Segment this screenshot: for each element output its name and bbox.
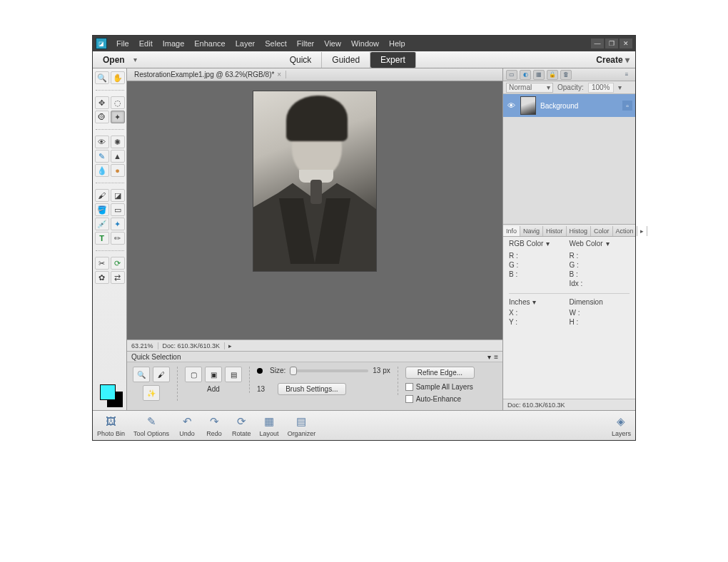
mode-tab-expert[interactable]: Expert xyxy=(370,52,416,68)
info-tab-info[interactable]: Info xyxy=(503,226,520,236)
layer-panel-menu-icon[interactable]: ≡ xyxy=(621,70,632,80)
dropdown-icon[interactable]: ▾ xyxy=(532,298,536,306)
quick-selection-tool[interactable]: ✦ xyxy=(111,111,125,123)
sample-all-layers-checkbox[interactable] xyxy=(405,383,413,391)
menu-select[interactable]: Select xyxy=(260,36,292,51)
undo-button[interactable]: ↶Undo xyxy=(178,414,196,437)
menu-enhance[interactable]: Enhance xyxy=(189,36,230,51)
gradient-tool[interactable]: ▭ xyxy=(111,203,125,216)
menu-view[interactable]: View xyxy=(319,36,346,51)
visibility-icon[interactable]: 👁 xyxy=(506,101,516,111)
info-tab-navig[interactable]: Navig xyxy=(520,226,543,236)
layout-button[interactable]: ▦Layout xyxy=(260,414,279,437)
rotate-button[interactable]: ⟳Rotate xyxy=(232,414,251,437)
close-tab-icon[interactable]: × xyxy=(277,71,281,78)
shape-tool[interactable]: ✦ xyxy=(111,218,125,230)
redeye-tool[interactable]: 👁 xyxy=(95,136,109,148)
tool-options-collapse-icon[interactable]: ▾ xyxy=(487,353,491,361)
menu-edit[interactable]: Edit xyxy=(134,36,158,51)
menu-window[interactable]: Window xyxy=(346,36,384,51)
create-button[interactable]: Create ▾ xyxy=(596,55,630,65)
info-tab-histog[interactable]: Histog xyxy=(567,226,592,236)
close-button[interactable]: ✕ xyxy=(620,39,632,48)
recompose-tool[interactable]: ⟳ xyxy=(111,257,125,270)
pencil-tool[interactable]: ✏ xyxy=(111,232,125,245)
refine-edge-button[interactable]: Refine Edge... xyxy=(405,367,475,379)
zoom-level[interactable]: 63.21% xyxy=(127,342,158,349)
layer-row-background[interactable]: 👁 Background ▫ xyxy=(503,94,635,117)
opacity-field[interactable]: 100% xyxy=(588,83,614,93)
photo-bin-button[interactable]: 🖼Photo Bin xyxy=(97,414,125,437)
subtract-selection-button[interactable]: ▤ xyxy=(225,367,242,382)
mode-tab-guided[interactable]: Guided xyxy=(322,52,370,68)
new-layer-icon[interactable]: ▭ xyxy=(506,70,517,80)
move-tool[interactable]: ✥ xyxy=(95,96,109,109)
tool-options-header: Quick Selection ▾ ≡ xyxy=(127,351,502,362)
layer-lock-icon[interactable]: ▫ xyxy=(622,101,632,111)
minimize-button[interactable]: — xyxy=(591,39,604,48)
info-tab-action[interactable]: Action xyxy=(613,226,637,236)
document-tab[interactable]: RestorationExample1.jpg @ 63.2%(RGB/8)* … xyxy=(130,71,286,78)
magic-wand-subtool[interactable]: ✨ xyxy=(143,385,160,401)
info-tab-histor[interactable]: Histor xyxy=(543,226,567,236)
sponge-tool[interactable]: ● xyxy=(111,164,125,177)
foreground-color-swatch[interactable] xyxy=(100,384,116,400)
zoom-tool[interactable]: 🔍 xyxy=(95,71,109,84)
tool-options-button[interactable]: ✎Tool Options xyxy=(133,414,169,437)
app-window: ◪ FileEditImageEnhanceLayerSelectFilterV… xyxy=(92,35,636,441)
info-tab-color[interactable]: Color xyxy=(591,226,613,236)
status-menu-icon[interactable]: ▸ xyxy=(225,342,236,349)
info-B: B : xyxy=(509,270,570,278)
size-slider[interactable] xyxy=(290,369,368,372)
brush-tool[interactable]: 🖌 xyxy=(95,189,109,202)
color-swatches[interactable] xyxy=(97,382,123,407)
layers-button[interactable]: ◈Layers xyxy=(612,414,631,437)
opacity-dropdown-icon[interactable]: ▾ xyxy=(618,83,622,91)
marquee-tool[interactable]: ◌ xyxy=(111,96,125,109)
adjustment-layer-icon[interactable]: ◐ xyxy=(520,70,531,80)
menu-filter[interactable]: Filter xyxy=(292,36,319,51)
paint-bucket-tool[interactable]: 🪣 xyxy=(95,203,109,216)
spot-heal-tool[interactable]: ✺ xyxy=(111,136,125,148)
size-label: Size: xyxy=(270,367,285,374)
mode-tab-quick[interactable]: Quick xyxy=(280,52,323,68)
dropdown-icon[interactable]: ▾ xyxy=(606,240,610,247)
organizer-button[interactable]: ▤Organizer xyxy=(288,414,316,437)
clone-stamp-tool[interactable]: ▲ xyxy=(111,150,125,163)
auto-enhance-checkbox[interactable] xyxy=(405,395,413,403)
lasso-tool[interactable]: ⭗ xyxy=(95,111,109,123)
add-selection-button[interactable]: ▣ xyxy=(205,367,222,382)
open-button[interactable]: Open xyxy=(98,55,129,65)
blend-mode-dropdown[interactable]: Normal▾ xyxy=(506,83,553,93)
straighten-tool[interactable]: ⇄ xyxy=(111,271,125,284)
delete-layer-icon[interactable]: 🗑 xyxy=(560,70,572,80)
dropdown-icon[interactable]: ▾ xyxy=(546,240,550,247)
layer-mask-icon[interactable]: ▦ xyxy=(533,70,545,80)
menu-layer[interactable]: Layer xyxy=(231,36,261,51)
new-selection-button[interactable]: ▢ xyxy=(185,367,202,382)
right-panels: ▭ ◐ ▦ 🔒 🗑 ≡ Normal▾ Opacity: 100% ▾ 👁 Ba… xyxy=(502,68,635,410)
hand-tool[interactable]: ✋ xyxy=(111,71,125,84)
lock-layer-icon[interactable]: 🔒 xyxy=(547,70,558,80)
maximize-button[interactable]: ❐ xyxy=(605,39,618,48)
quick-select-subtool[interactable]: 🔍 xyxy=(133,367,150,382)
crop-tool[interactable]: ✂ xyxy=(95,257,109,270)
type-tool[interactable]: T xyxy=(95,232,109,245)
canvas[interactable] xyxy=(127,81,502,339)
eyedropper-tool[interactable]: 💉 xyxy=(95,218,109,230)
cookie-cutter-tool[interactable]: ✿ xyxy=(95,271,109,284)
menu-image[interactable]: Image xyxy=(158,36,190,51)
menu-file[interactable]: File xyxy=(111,36,134,51)
eraser-tool[interactable]: ◪ xyxy=(111,189,125,202)
smart-brush-tool[interactable]: ✎ xyxy=(95,150,109,163)
selection-brush-subtool[interactable]: 🖌 xyxy=(153,367,170,382)
menu-help[interactable]: Help xyxy=(384,36,410,51)
blur-tool[interactable]: 💧 xyxy=(95,164,109,177)
redo-button[interactable]: ↷Redo xyxy=(205,414,223,437)
sample-all-label: Sample All Layers xyxy=(416,383,473,391)
tool-options-menu-icon[interactable]: ≡ xyxy=(494,353,498,361)
info-tabs: InfoNavigHistorHistogColorAction▸ xyxy=(503,224,635,237)
brush-settings-button[interactable]: Brush Settings... xyxy=(278,383,345,395)
info-tabs-overflow-icon[interactable]: ▸ xyxy=(637,226,647,236)
open-dropdown-icon[interactable]: ▾ xyxy=(133,56,137,63)
